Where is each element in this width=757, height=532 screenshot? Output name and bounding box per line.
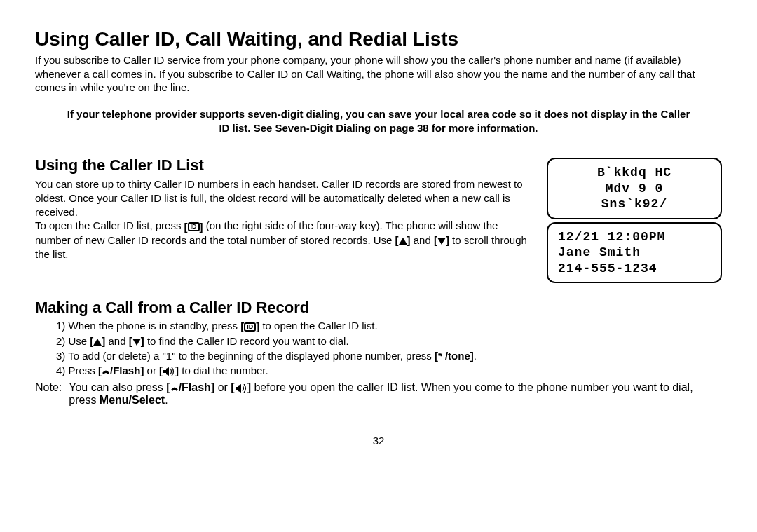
svg-rect-2 <box>236 387 238 390</box>
step-3: 3) To add (or delete) a "1" to the begin… <box>56 349 722 363</box>
lcd-screen-summary: B`kkdq HC Mdv 9 0 Sns`k92/ <box>547 158 722 219</box>
tip-paragraph: If your telephone provider supports seve… <box>35 107 722 136</box>
svg-marker-3 <box>238 384 241 393</box>
step-1: 1) When the phone is in standby, press [… <box>56 319 722 334</box>
menu-select-key: Menu/Select <box>100 394 165 406</box>
speaker-key-icon: [] <box>231 381 251 393</box>
section-using-caller-id-list: Using the Caller ID List You can store u… <box>35 155 722 283</box>
up-key-icon: [] <box>90 335 105 347</box>
page-title: Using Caller ID, Call Waiting, and Redia… <box>35 28 722 50</box>
subheading-caller-id-list: Using the Caller ID List <box>35 155 534 175</box>
svg-marker-1 <box>166 367 169 376</box>
svg-rect-0 <box>163 370 166 373</box>
up-key-icon: [] <box>395 234 411 246</box>
cid-paragraph-1: You can store up to thirty Caller ID num… <box>35 177 534 219</box>
page-number: 32 <box>35 435 722 446</box>
cid-paragraph-2: To open the Caller ID list, press [ID] (… <box>35 219 534 261</box>
step-2: 2) Use [] and [] to find the Caller ID r… <box>56 334 722 348</box>
lcd-screen-record: 12/21 12:00PM Jane Smith 214-555-1234 <box>547 222 722 284</box>
note: Note: You can also press [/Flash] or [] … <box>35 381 722 407</box>
step-4: 4) Press [/Flash] or [] to dial the numb… <box>56 364 722 378</box>
intro-paragraph: If you subscribe to Caller ID service fr… <box>35 53 722 95</box>
phone-flash-key-icon: [/Flash] <box>98 364 144 376</box>
speaker-key-icon: [] <box>159 364 179 376</box>
caller-id-key-icon: [ID] <box>184 220 203 234</box>
subheading-make-call: Making a Call from a Caller ID Record <box>35 299 722 317</box>
down-key-icon: [] <box>434 234 449 246</box>
phone-flash-key-icon: [/Flash] <box>166 381 214 393</box>
down-key-icon: [] <box>129 335 144 347</box>
caller-id-key-icon: [ID] <box>240 320 259 334</box>
section-make-call-from-cid: Making a Call from a Caller ID Record 1)… <box>35 299 722 407</box>
